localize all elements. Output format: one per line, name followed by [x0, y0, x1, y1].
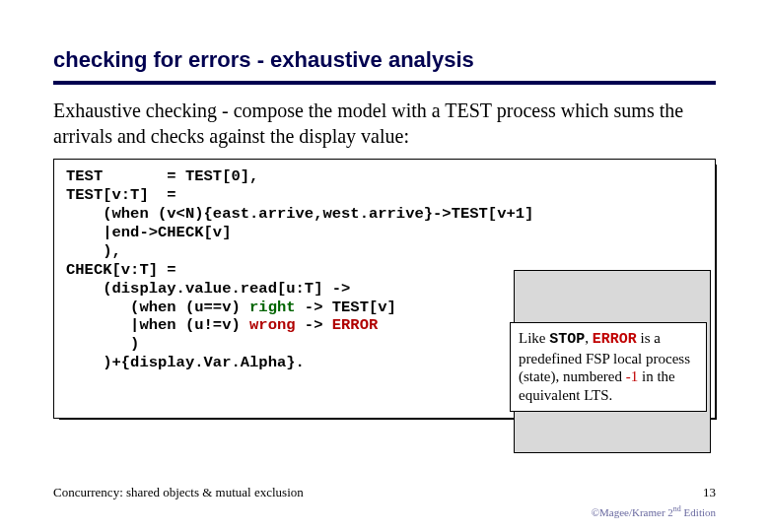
code-line: |when (u!=v) [66, 316, 249, 334]
keyword-error: ERROR [332, 316, 379, 334]
slide-title: checking for errors - exhaustive analysi… [53, 47, 716, 81]
callout-minus-one: -1 [626, 368, 639, 384]
code-block: TEST = TEST[0], TEST[v:T] = (when (v<N){… [53, 159, 716, 419]
code-line: -> TEST[v] [296, 299, 396, 316]
copyright: ©Magee/Kramer 2nd Edition [592, 504, 716, 518]
callout-stop: STOP [549, 331, 585, 348]
code-line: -> [296, 316, 332, 334]
code-line: ), [66, 242, 121, 260]
copyright-super: nd [673, 504, 681, 513]
code-line: |end->CHECK[v] [66, 224, 231, 241]
keyword-wrong: wrong [249, 316, 296, 334]
footer: Concurrency: shared objects & mutual exc… [53, 485, 716, 500]
callout-content: Like STOP, ERROR is a predefined FSP loc… [510, 322, 707, 412]
callout-box: Like STOP, ERROR is a predefined FSP loc… [510, 266, 707, 449]
code-line: TEST[v:T] = [66, 186, 176, 204]
copyright-text: ©Magee/Kramer 2 [592, 506, 673, 518]
code-line: CHECK[v:T] = [66, 261, 176, 279]
code-line: (when (u==v) [66, 299, 249, 316]
callout-error: ERROR [593, 331, 637, 348]
page-number: 13 [703, 485, 716, 500]
footer-left: Concurrency: shared objects & mutual exc… [53, 485, 304, 500]
code-line: TEST = TEST[0], [66, 167, 258, 185]
slide: checking for errors - exhaustive analysi… [0, 0, 769, 438]
callout-text: Like [519, 330, 549, 346]
callout-text: , [585, 330, 593, 346]
code-line: (when (v<N){east.arrive,west.arrive}->TE… [66, 205, 533, 223]
code-line: )+{display.Var.Alpha}. [66, 354, 305, 371]
keyword-right: right [249, 299, 296, 316]
intro-text: Exhaustive checking - compose the model … [53, 99, 716, 149]
code-content: TEST = TEST[0], TEST[v:T] = (when (v<N){… [53, 159, 716, 419]
copyright-text: Edition [681, 506, 716, 518]
code-line: (display.value.read[u:T] -> [66, 280, 350, 298]
code-line: ) [66, 335, 139, 353]
title-rule [53, 81, 716, 85]
